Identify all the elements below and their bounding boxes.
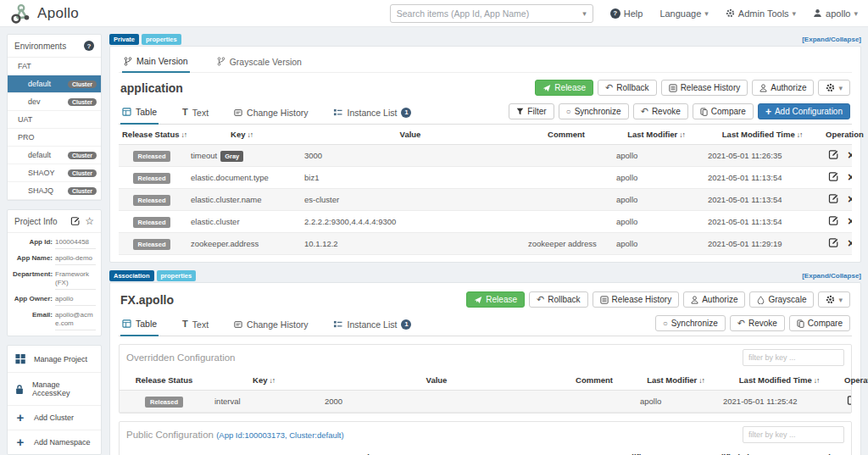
released-badge: Released (133, 217, 171, 228)
sort-icon[interactable]: ↓↑ (797, 130, 803, 139)
delete-item-icon[interactable]: × (848, 151, 852, 159)
sidebar-action-manage-project[interactable]: Manage Project (8, 346, 101, 373)
column-header[interactable]: Key↓↑ (185, 125, 298, 145)
tab-instance-list[interactable]: Instance List 1 (331, 314, 413, 336)
release-history-button[interactable]: Release History (593, 291, 680, 308)
sort-icon[interactable]: ↓↑ (247, 130, 253, 139)
public-filter-input[interactable] (743, 426, 844, 443)
column-header[interactable]: Last Modifier↓↑ (634, 370, 717, 391)
sidebar-cluster-item[interactable]: defaultCluster (8, 75, 101, 93)
help-link[interactable]: ? Help (610, 8, 643, 19)
expand-collapse-link[interactable]: [Expand/Collapse] (802, 36, 861, 43)
rollback-button[interactable]: ↶ Rollback (529, 291, 588, 308)
grayscale-button[interactable]: Grayscale (749, 291, 814, 308)
environments-help-icon[interactable]: ? (84, 41, 94, 51)
sort-icon[interactable]: ↓↑ (679, 130, 685, 139)
compare-button[interactable]: Compare (693, 103, 754, 119)
column-header[interactable]: Key↓↑ (209, 370, 319, 391)
column-header[interactable]: Last Modified Time↓↑ (702, 125, 822, 145)
project-field-value: Framework (FX) (55, 265, 96, 290)
compare-button[interactable]: Compare (789, 315, 850, 331)
namespace-settings-button[interactable]: ▾ (818, 80, 850, 96)
column-header[interactable]: Release Status↓↑ (119, 125, 185, 145)
env-label: UAT (18, 115, 32, 124)
delete-item-icon[interactable]: × (848, 217, 852, 225)
comment-cell (522, 145, 610, 167)
tab-grayscale-version[interactable]: Grayscale Version (215, 53, 303, 72)
sort-icon[interactable]: ↓↑ (181, 130, 187, 139)
edit-item-icon[interactable] (847, 395, 851, 406)
last-modifier-cell: apollo (610, 145, 702, 167)
delete-item-icon[interactable]: × (848, 173, 852, 181)
tab-change-history[interactable]: Change History (232, 314, 309, 336)
apollo-brand[interactable]: Apollo (10, 3, 79, 25)
language-menu[interactable]: Language ▾ (659, 8, 708, 19)
synchronize-button[interactable]: ○ Synchronize (655, 315, 726, 331)
edit-item-icon[interactable] (828, 149, 839, 160)
operation-cell: × (822, 189, 852, 211)
value-cell: 10.1.12.2 (298, 233, 522, 255)
sidebar-env-item[interactable]: UAT (8, 111, 101, 129)
sidebar-cluster-item[interactable]: devCluster (8, 93, 101, 111)
admin-tools-menu[interactable]: Admin Tools ▾ (726, 8, 796, 19)
comment-cell: zookeeper address (522, 233, 610, 255)
sidebar-actions-panel: Manage ProjectManage AccessKey+Add Clust… (7, 345, 102, 455)
delete-item-icon[interactable]: × (848, 239, 852, 247)
sort-icon[interactable]: ↓↑ (269, 376, 275, 385)
revoke-button[interactable]: ↶ Revoke (730, 315, 785, 331)
sidebar-action-add-namespace[interactable]: +Add Namespace (8, 430, 101, 454)
column-header[interactable]: Last Modifier↓↑ (590, 447, 665, 455)
sidebar-env-item[interactable]: FAT (8, 58, 101, 75)
sidebar-cluster-item[interactable]: SHAJQCluster (8, 182, 101, 200)
column-header: Operation (822, 125, 852, 145)
value-cell: biz1 (298, 167, 522, 189)
sidebar-action-add-cluster[interactable]: +Add Cluster (8, 406, 101, 430)
favorite-star-icon[interactable]: ☆ (85, 217, 94, 225)
public-configuration-section: Public Configuration (App Id:100003173, … (119, 421, 852, 455)
expand-collapse-link[interactable]: [Expand/Collapse] (802, 272, 861, 280)
rollback-button[interactable]: ↶ Rollback (598, 80, 657, 96)
edit-item-icon[interactable] (828, 193, 839, 204)
edit-item-icon[interactable] (828, 237, 839, 248)
authorize-button[interactable]: Authorize (752, 80, 814, 96)
edit-item-icon[interactable] (828, 171, 839, 182)
revoke-button[interactable]: ↶ Revoke (633, 103, 688, 119)
application-namespace-panel: Main Version Grayscale Version applicati… (109, 46, 861, 263)
tab-main-version[interactable]: Main Version (122, 53, 190, 73)
authorize-button[interactable]: Authorize (683, 291, 745, 308)
column-header[interactable]: Last Modified Time↓↑ (665, 447, 792, 455)
sidebar-env-item[interactable]: PRO (8, 129, 101, 147)
tab-table[interactable]: Table (120, 102, 159, 125)
column-header[interactable]: Last Modifier↓↑ (610, 125, 702, 145)
sort-icon[interactable]: ↓↑ (814, 376, 820, 385)
tab-change-history[interactable]: Change History (232, 102, 309, 124)
released-badge: Released (145, 397, 183, 408)
user-caret-icon: ▾ (854, 9, 858, 18)
edit-project-icon[interactable] (70, 216, 81, 226)
public-configuration-link[interactable]: (App Id:100003173, Cluster:default) (216, 430, 344, 440)
project-field-label: Department: (13, 265, 53, 290)
tab-text[interactable]: T Text (181, 314, 210, 336)
overridden-filter-input[interactable] (743, 349, 844, 366)
column-header[interactable]: Key↓↑ (120, 447, 238, 455)
release-history-button[interactable]: Release History (661, 80, 748, 96)
search-input[interactable] (397, 8, 582, 19)
delete-item-icon[interactable]: × (848, 195, 852, 203)
column-header[interactable]: Last Modified Time↓↑ (717, 370, 841, 391)
app-search-select[interactable]: ▾ (390, 4, 593, 23)
tab-instance-list[interactable]: Instance List 1 (331, 102, 413, 124)
add-configuration-button[interactable]: + Add Configuration (758, 103, 850, 119)
synchronize-button[interactable]: ○ Synchronize (559, 103, 629, 119)
tab-text[interactable]: T Text (181, 102, 210, 124)
release-button[interactable]: Release (535, 80, 593, 96)
user-menu[interactable]: apollo ▾ (813, 8, 858, 19)
sidebar-cluster-item[interactable]: defaultCluster (8, 147, 101, 164)
namespace-settings-button[interactable]: ▾ (818, 291, 850, 308)
sidebar-action-manage-accesskey[interactable]: Manage AccessKey (8, 373, 101, 406)
edit-item-icon[interactable] (828, 215, 839, 226)
sort-icon[interactable]: ↓↑ (698, 376, 704, 385)
release-button[interactable]: Release (466, 291, 525, 308)
tab-table[interactable]: Table (120, 314, 159, 336)
sidebar-cluster-item[interactable]: SHAOYCluster (8, 164, 101, 182)
filter-button[interactable]: Filter (509, 103, 554, 119)
